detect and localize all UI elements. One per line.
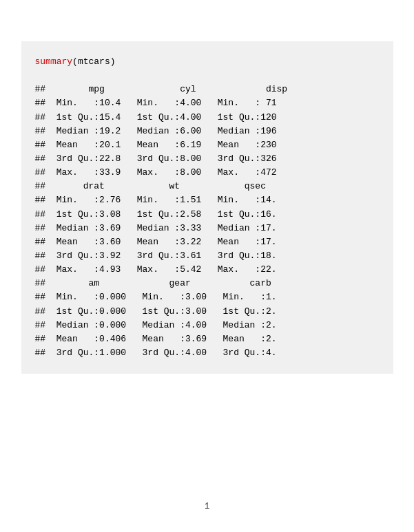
data-row-drat-max: ## Max. :4.93 Max. :5.42 Max. :22. (35, 263, 380, 277)
data-row-drat-median: ## Median :3.69 Median :3.33 Median :17. (35, 222, 380, 235)
data-row-am-min: ## Min. :0.000 Min. :3.00 Min. :1. (35, 290, 380, 304)
data-row-mpg-median: ## Median :19.2 Median :6.00 Median :196 (35, 125, 380, 138)
data-row-mpg-min: ## Min. :10.4 Min. :4.00 Min. : 71 (35, 96, 380, 110)
header-row-1: ## mpg cyl disp (35, 83, 380, 96)
data-row-drat-q1: ## 1st Qu.:3.08 1st Qu.:2.58 1st Qu.:16. (35, 208, 380, 222)
data-row-am-mean: ## Mean :0.406 Mean :3.69 Mean :2. (35, 332, 380, 346)
page-number: 1 (205, 502, 209, 511)
function-call-line: summary(mtcars) (35, 55, 380, 69)
data-row-drat-q3: ## 3rd Qu.:3.92 3rd Qu.:3.61 3rd Qu.:18. (35, 249, 380, 263)
page-container: summary(mtcars) ## mpg cyl disp ## Min. … (0, 0, 414, 532)
data-row-am-median: ## Median :0.000 Median :4.00 Median :2. (35, 319, 380, 332)
data-row-mpg-q1: ## 1st Qu.:15.4 1st Qu.:4.00 1st Qu.:120 (35, 111, 380, 125)
keyword-summary: summary (35, 56, 73, 67)
data-row-drat-min: ## Min. :2.76 Min. :1.51 Min. :14. (35, 193, 380, 207)
data-row-mpg-q3: ## 3rd Qu.:22.8 3rd Qu.:8.00 3rd Qu.:326 (35, 152, 380, 166)
data-row-mpg-max: ## Max. :33.9 Max. :8.00 Max. :472 (35, 166, 380, 180)
header-row-3: ## am gear carb (35, 277, 380, 290)
data-row-mpg-mean: ## Mean :20.1 Mean :6.19 Mean :230 (35, 138, 380, 152)
blank-line-1 (35, 69, 380, 83)
data-row-drat-mean: ## Mean :3.60 Mean :3.22 Mean :17. (35, 235, 380, 249)
content-area: summary(mtcars) ## mpg cyl disp ## Min. … (21, 41, 393, 374)
data-row-am-q3: ## 3rd Qu.:1.000 3rd Qu.:4.00 3rd Qu.:4. (35, 346, 380, 360)
header-row-2: ## drat wt qsec (35, 180, 380, 193)
data-row-am-q1: ## 1st Qu.:0.000 1st Qu.:3.00 1st Qu.:2. (35, 305, 380, 319)
